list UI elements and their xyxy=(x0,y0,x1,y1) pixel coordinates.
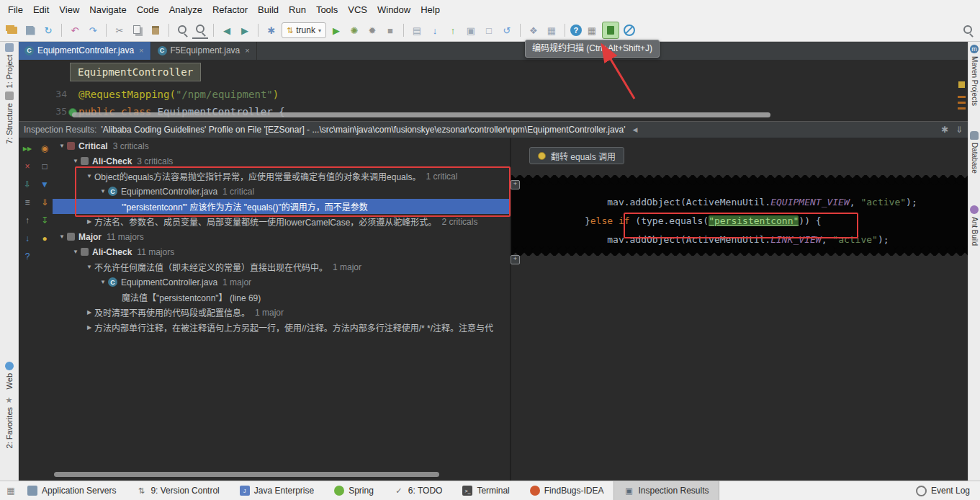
paste-icon[interactable] xyxy=(148,22,163,38)
find-icon[interactable] xyxy=(174,22,190,38)
forward-icon[interactable]: ▶ xyxy=(237,22,253,38)
fold-marker[interactable]: + xyxy=(511,255,520,264)
tree-row[interactable]: ▼Ali-Check3 criticals xyxy=(53,153,510,169)
tree-arrow-icon[interactable]: ▶ xyxy=(84,324,94,331)
menu-item-help[interactable]: Help xyxy=(415,4,445,15)
tab-F5Equipment.java[interactable]: CF5Equipment.java× xyxy=(151,41,257,60)
invert-equals-button[interactable]: 翻转 equals 调用 xyxy=(529,147,624,164)
status-todo[interactable]: ✓6: TODO xyxy=(384,481,453,500)
save-icon[interactable] xyxy=(22,22,38,38)
menu-item-code[interactable]: Code xyxy=(132,4,164,15)
commit-icon[interactable]: ↑ xyxy=(445,22,461,38)
preview-icon[interactable]: □ xyxy=(37,159,52,174)
sync-icon[interactable]: ↻ xyxy=(40,22,56,38)
update-project-icon[interactable]: ↓ xyxy=(427,22,443,38)
stripe-mark[interactable] xyxy=(958,107,966,110)
toolwindow-button-web[interactable]: Web xyxy=(0,362,18,389)
alibaba-scan-icon[interactable] xyxy=(602,22,619,39)
expand-all-icon[interactable]: ⇩ xyxy=(20,177,35,192)
toolwindow-button-ant-build[interactable]: Ant Build xyxy=(968,205,980,246)
export-icon[interactable]: ⇓ xyxy=(956,125,963,135)
stop-icon[interactable]: ■ xyxy=(382,22,398,38)
autoscroll-icon[interactable]: ↧ xyxy=(37,213,52,228)
back-icon[interactable]: ◀ xyxy=(219,22,235,38)
status-findbugs[interactable]: FindBugs-IDEA xyxy=(520,481,614,500)
tree-row[interactable]: ▼不允许任何魔法值（即未经定义的常量）直接出现在代码中。1 major xyxy=(53,259,510,274)
error-stripe[interactable] xyxy=(957,60,967,121)
menu-item-tools[interactable]: Tools xyxy=(311,4,343,15)
toolwindow-button-1-project[interactable]: 1: Project xyxy=(0,43,18,88)
group-by-icon[interactable]: ≡ xyxy=(20,195,35,210)
tree-row[interactable]: ▼Object的equals方法容易抛空指针异常，应使用常量或确定有值的对象来调… xyxy=(53,169,510,184)
tree-arrow-icon[interactable]: ▼ xyxy=(98,188,108,195)
status-java-enterprise[interactable]: JJava Enterprise xyxy=(230,481,324,500)
toolwindow-button-maven-projects[interactable]: Maven Projects xyxy=(968,45,980,106)
branch-selector[interactable]: ⇅trunk▾ xyxy=(282,22,326,38)
fold-marker[interactable]: + xyxy=(511,180,520,189)
toolwindow-button-database[interactable]: Database xyxy=(968,131,980,174)
menu-item-analyze[interactable]: Analyze xyxy=(164,4,207,15)
close-icon[interactable]: × xyxy=(139,46,143,55)
tree-row[interactable]: ▼CEquipmentController.java1 critical xyxy=(53,184,510,199)
changes-icon[interactable]: ▣ xyxy=(463,22,479,38)
tree-arrow-icon[interactable]: ▼ xyxy=(71,249,81,255)
tree-row[interactable]: ▼CEquipmentController.java1 major xyxy=(53,274,510,290)
event-log-button[interactable]: Event Log xyxy=(916,486,980,496)
tree-arrow-icon[interactable]: ▼ xyxy=(98,279,108,285)
replace-icon[interactable] xyxy=(192,22,208,39)
tree-arrow-icon[interactable]: ▼ xyxy=(57,233,67,240)
rerun-inspection-icon[interactable]: ▶▶ xyxy=(20,141,35,156)
push-icon[interactable]: □ xyxy=(481,22,497,38)
quickfix-icon[interactable]: ● xyxy=(37,231,52,246)
profiler-icon[interactable]: ✹ xyxy=(364,22,380,38)
export-icon[interactable]: ⇓ xyxy=(37,195,52,210)
menu-item-build[interactable]: Build xyxy=(253,4,284,15)
close-icon[interactable]: × xyxy=(245,46,249,55)
stripe-mark[interactable] xyxy=(958,96,966,98)
status-spring[interactable]: Spring xyxy=(324,481,384,500)
build-artifacts-icon[interactable]: ❖ xyxy=(526,22,541,38)
tree-arrow-icon[interactable]: ▼ xyxy=(57,143,67,149)
menu-item-run[interactable]: Run xyxy=(284,4,311,15)
menu-item-edit[interactable]: Edit xyxy=(28,4,54,15)
help-icon[interactable]: ? xyxy=(20,249,35,264)
prev-problem-icon[interactable]: ↑ xyxy=(20,213,35,228)
tree-arrow-icon[interactable]: ▼ xyxy=(71,158,81,164)
filter-icon[interactable]: ▼ xyxy=(37,177,52,192)
tree-row[interactable]: ▶方法名、参数名、成员变量、局部变量都统一使用lowerCamelCase，必须… xyxy=(53,214,510,229)
menu-item-refactor[interactable]: Refactor xyxy=(207,4,253,15)
next-problem-icon[interactable]: ↓ xyxy=(20,231,35,246)
toolwindow-button-7-structure[interactable]: 7: Structure xyxy=(0,91,18,144)
cut-icon[interactable]: ✂ xyxy=(112,22,127,38)
status-inspection-results[interactable]: ▣Inspection Results xyxy=(613,481,719,500)
modules-icon[interactable]: ▦ xyxy=(544,22,559,38)
run-coverage-icon[interactable]: ✺ xyxy=(346,22,362,38)
tree-row[interactable]: ▼Major11 majors xyxy=(53,229,510,244)
tree-row[interactable]: 魔法值【"persistentconn"】 (line 69) xyxy=(53,290,510,305)
editor-hscrollbar[interactable] xyxy=(72,112,770,117)
rollback-icon[interactable]: ↺ xyxy=(499,22,515,38)
menu-item-vcs[interactable]: VCS xyxy=(343,4,372,15)
status-version-control[interactable]: ⇅9: Version Control xyxy=(126,481,229,500)
tree-row[interactable]: ▼Ali-Check11 majors xyxy=(53,244,510,259)
search-results-icon[interactable]: ▤ xyxy=(409,22,425,38)
editor-pane[interactable]: EquipmentController 34@RequestMapping("/… xyxy=(18,60,968,121)
search-everywhere-icon[interactable] xyxy=(960,22,976,38)
block-icon[interactable] xyxy=(621,22,637,38)
stripe-mark[interactable] xyxy=(958,102,966,104)
tree-hscrollbar[interactable] xyxy=(54,472,439,477)
collapse-arrow-icon[interactable]: ◀ xyxy=(633,126,638,133)
status-application-servers[interactable]: Application Servers xyxy=(17,481,126,500)
tree-arrow-icon[interactable]: ▼ xyxy=(84,173,94,179)
undo-icon[interactable]: ↶ xyxy=(67,22,83,38)
toolwindow-button-2-favorites[interactable]: 2: Favorites xyxy=(0,396,18,448)
scan-settings-icon[interactable]: ▦ xyxy=(584,22,600,38)
close-icon[interactable]: × xyxy=(20,159,35,174)
menu-item-file[interactable]: File xyxy=(3,4,28,15)
tree-row[interactable]: ▶及时清理不再使用的代码段或配置信息。1 major xyxy=(53,305,510,320)
tree-row[interactable]: '"persistentconn"' 应该作为方法 "equals()"的调用方… xyxy=(53,199,510,214)
toolwindow-switcher-icon[interactable]: ▦ xyxy=(4,486,17,496)
tree-row[interactable]: ▼Critical3 criticals xyxy=(53,138,510,153)
menu-item-window[interactable]: Window xyxy=(372,4,415,15)
stripe-warning-mark[interactable] xyxy=(958,81,965,88)
